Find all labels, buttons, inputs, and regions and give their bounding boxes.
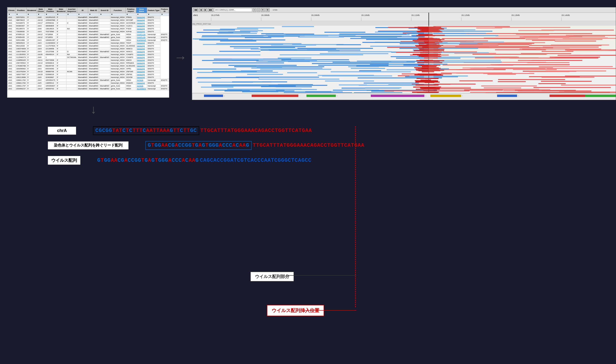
right-arrow: →	[174, 50, 187, 65]
gene-link[interactable]: transcript	[137, 65, 145, 67]
gene-link[interactable]: transcript	[137, 70, 145, 73]
gene-link[interactable]: transcript	[137, 28, 145, 30]
col-inserted-seq: InsertedSequence	[66, 8, 77, 13]
filter-gene-name[interactable]: ▼	[136, 13, 147, 16]
filter-mate-position[interactable]: ▼	[45, 13, 56, 16]
virus-part-label: ウイルス配列部分	[250, 272, 294, 282]
chrA-seq-part2: TTGCATTTATGGGAAACAGACCTGGTTCATGAA	[200, 128, 312, 134]
gene-link[interactable]: transcript	[137, 19, 145, 21]
virus-label: ウイルス配列	[48, 156, 80, 165]
gene-link[interactable]: transcript	[137, 73, 145, 76]
genome-browser-content	[192, 13, 616, 100]
nav-forward-button[interactable]: ▶	[204, 8, 207, 12]
gene-link[interactable]: transcript	[137, 68, 145, 70]
col-gene-name: GeneName	[136, 8, 147, 13]
arrow-down-container: ↓	[91, 103, 96, 116]
col-id: ID	[77, 8, 88, 13]
gene-link[interactable]: transcript	[137, 53, 145, 55]
table-row: chr11810782845'chr19368867065'ACAAMantaB…	[8, 70, 169, 73]
table-row: chr1388708153'chr131050625863'MantaBNDMa…	[8, 19, 169, 22]
table-row: chr11892778975'chr19526860165'MantaBNDMa…	[8, 73, 169, 76]
table-row: chr11968117825'chr21653504755'MantaBNDMa…	[8, 79, 169, 82]
table-row: chr11083749003'chrX101370983'GMantaBNDMa…	[8, 50, 169, 53]
sequence-display: chrA CGCGGTATCTCTTTCAATTAAAGTTCTTGC TTGC…	[48, 126, 608, 171]
filter-feature-type[interactable]: ▼	[147, 13, 160, 16]
chrA-sequence-text: CGCGGTATCTCTTTCAATTAAAGTTCTTGC TTGCATTTA…	[93, 126, 312, 135]
filter-chrom[interactable]: ▼	[8, 13, 15, 16]
gene-link[interactable]: SCN2A	[137, 85, 144, 87]
gene-link[interactable]: transcript	[137, 16, 145, 18]
gene-link[interactable]: transcript	[137, 59, 145, 61]
data-table-container: Chrom Position Breakend MateChrom MatePo…	[7, 7, 169, 98]
table-row: chr11120483733'chr61GCTAGAAMantaBNDManta…	[8, 56, 169, 59]
filter-mate-id[interactable]: ▼	[88, 13, 99, 16]
gene-link[interactable]: EGFEM1P	[137, 39, 146, 41]
genome-browser: ◀◀ ◀ ▶ ▶▶ + - ✕ ⚙ 1/1kb	[192, 7, 616, 100]
filter-inserted-seq[interactable]: ▼	[66, 13, 77, 16]
gene-link[interactable]: transcript	[137, 42, 145, 44]
filter-breakend[interactable]: ▼	[26, 13, 37, 16]
gene-link[interactable]: transcript	[137, 62, 145, 64]
zoom-out-button[interactable]: -	[257, 8, 260, 12]
col-mate-id: Mate ID	[88, 8, 99, 13]
table-row: chr11083746095'chrX101369585'MantaBNDMan…	[8, 47, 169, 50]
col-breakend: Breakend	[26, 8, 37, 13]
table-row: chr11968117825'chr5138552125'MantaBNDMan…	[8, 82, 169, 85]
nav-back-button[interactable]: ◀	[199, 8, 203, 12]
read-seq-part1: GTGGAACGACCGGTGAGTGGGACCCACAAG	[148, 143, 249, 148]
col-mate-chrom: MateChrom	[37, 8, 45, 13]
filter-id[interactable]: ▼	[77, 13, 88, 16]
chrA-sequence-row: chrA CGCGGTATCTCTTTCAATTAAAGTTCTTGC TTGC…	[48, 126, 608, 135]
table-row: chr11567355025'chr14605668193'MantaBNDMa…	[8, 62, 169, 65]
table-row: chr11113535525'chr20456450145'AAMantaBND…	[8, 53, 169, 56]
gene-link[interactable]: transcript	[137, 25, 145, 27]
gene-link[interactable]: transcript	[137, 51, 145, 53]
virus-seq-part1: GTGGAACGACCGGTGAGTGGGACCCACAAG	[97, 157, 199, 163]
col-putative-impact: PutativeImpact	[125, 8, 136, 13]
table-row: chr1878951325'chr1297185643'MantaBNDMant…	[8, 33, 169, 36]
col-mate-position: MatePosition	[45, 8, 56, 13]
reads-canvas	[192, 13, 616, 100]
filter-putative-impact[interactable]: ▼	[125, 13, 136, 16]
col-function: Function	[110, 8, 125, 13]
location-input[interactable]	[214, 8, 252, 12]
gene-link[interactable]: transcript	[137, 22, 145, 24]
virus-seq-part2: CAGCACCGGATCGTCACCCAATCGGGCTCAGCC	[200, 157, 312, 163]
filter-event-id[interactable]: ▼	[99, 13, 110, 16]
filter-mate-chrom[interactable]: ▼	[37, 13, 45, 16]
gene-link[interactable]: SCN2A	[137, 79, 144, 81]
read-sequence-text: GTGGAACGACCGGTGAGTGGGACCCACAAG TTGCATTTA…	[145, 141, 364, 150]
genome-browser-toolbar: ◀◀ ◀ ▶ ▶▶ + - ✕ ⚙ 1/1kb	[192, 7, 616, 13]
gene-link[interactable]: AC005670	[137, 88, 146, 90]
gene-link[interactable]: transcript	[137, 76, 145, 78]
virus-part-hline	[286, 275, 356, 276]
virus-sequence-text: GTGGAACGACCGGTGAGTGGGACCCACAAG CAGCACCGG…	[97, 157, 312, 163]
gene-link[interactable]: transcript	[137, 82, 145, 84]
sv-data-table: Chrom Position Breakend MateChrom MatePo…	[7, 7, 169, 90]
table-row: chr1935119883'chr31684812873'MantaBNDMan…	[8, 39, 169, 42]
col-position: Position	[15, 8, 26, 13]
gene-link[interactable]: CLECL1&	[137, 36, 146, 38]
filter-function[interactable]: ▼	[110, 13, 125, 16]
read-sequence-row: 染色体とウイルス配列を跨ぐリード配列 GTGGAACGACCGGTGAGTGGG…	[48, 141, 608, 150]
col-feature-id: FeatureID	[160, 8, 169, 13]
zoom-in-button[interactable]: +	[253, 8, 256, 12]
gene-link[interactable]: transcript	[137, 48, 145, 50]
gene-link[interactable]: transcript	[137, 45, 145, 47]
gene-link[interactable]: transcript	[137, 56, 145, 58]
nav-back-far-button[interactable]: ◀◀	[193, 8, 198, 12]
filter-mate-breakend[interactable]: ▼	[56, 13, 66, 16]
col-chrom: Chrom	[8, 8, 15, 13]
close-button[interactable]: ✕	[261, 8, 265, 12]
table-row: chr11763907885'chr8692457455'MantaBNDMan…	[8, 65, 169, 67]
chrA-seq-part1: CGCGGTATCTCTTTCAATTAAAGTTCTTGC	[95, 128, 197, 134]
filter-feature-id[interactable]: ▼	[160, 13, 169, 16]
gene-link[interactable]: transcript	[137, 30, 145, 33]
nav-forward-far-button[interactable]: ▶▶	[208, 8, 213, 12]
table-row: chr1739399305'chrX703735805'MantaBNDMant…	[8, 30, 169, 33]
table-row: chr1519189735'chr17205582323'CMantaBNDMa…	[8, 22, 169, 25]
table-row: chr11800989825'chr3845440903'MantaBNDMan…	[8, 67, 169, 70]
gene-link[interactable]: CLECL1&	[137, 33, 146, 36]
filter-position[interactable]: ▼	[15, 13, 26, 16]
settings-button[interactable]: ⚙	[265, 8, 270, 12]
